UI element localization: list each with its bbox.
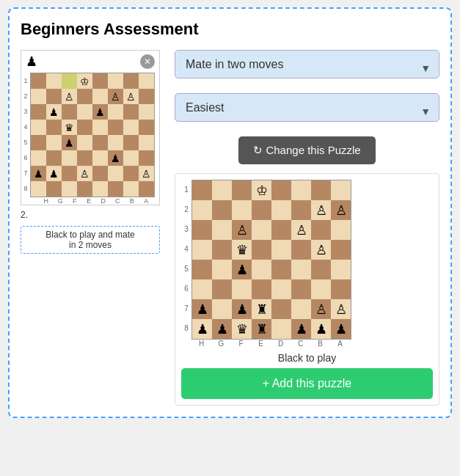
puzzle-number: 2. (21, 210, 160, 220)
puzzle-label: Black to play and matein 2 moves (21, 226, 160, 254)
page-title: Beginners Assessment (21, 20, 439, 39)
left-panel: ♟ ✕ 1 2 3 4 5 6 7 8 (21, 50, 160, 254)
chess-icon: ♟ (26, 54, 37, 70)
puzzle-type-dropdown-wrapper: Mate in two moves Mate in one move Mate … (175, 50, 439, 86)
puzzle-type-select[interactable]: Mate in two moves Mate in one move Mate … (175, 50, 439, 78)
large-rank-file-wrapper: 1 2 3 4 5 6 7 8 (181, 180, 433, 340)
difficulty-select[interactable]: Easiest Easy Medium Hard (175, 93, 439, 122)
small-file-labels: H G F E D C B A (30, 197, 153, 205)
small-board-area: 1 2 3 4 5 6 7 8 (21, 73, 159, 205)
large-file-labels: H G F E D C B A (181, 340, 433, 348)
change-puzzle-button[interactable]: ↻ Change this Puzzle (238, 136, 375, 164)
black-to-play-label: Black to play (181, 352, 433, 364)
difficulty-dropdown-wrapper: Easiest Easy Medium Hard ▼ (175, 93, 439, 129)
large-board-container: 1 2 3 4 5 6 7 8 (175, 173, 439, 406)
small-board-container: ♟ ✕ 1 2 3 4 5 6 7 8 (21, 50, 160, 205)
small-board-header: ♟ ✕ (21, 51, 159, 73)
large-board-with-coords: 1 2 3 4 5 6 7 8 (181, 180, 433, 348)
large-board-grid: ♔ ♙ ♙ (191, 180, 351, 340)
right-panel: Mate in two moves Mate in one move Mate … (175, 50, 439, 406)
close-button[interactable]: ✕ (140, 54, 155, 69)
content-area: ♟ ✕ 1 2 3 4 5 6 7 8 (21, 50, 439, 406)
small-rank-labels: 1 2 3 4 5 6 7 8 (21, 73, 30, 196)
small-board-grid: ♔ ♙ ♙ ♙ (30, 73, 155, 197)
page-container: Beginners Assessment ♟ ✕ 1 2 3 4 5 6 (8, 7, 452, 418)
add-puzzle-button[interactable]: + Add this puzzle (181, 368, 433, 399)
large-rank-labels: 1 2 3 4 5 6 7 8 (181, 180, 191, 340)
